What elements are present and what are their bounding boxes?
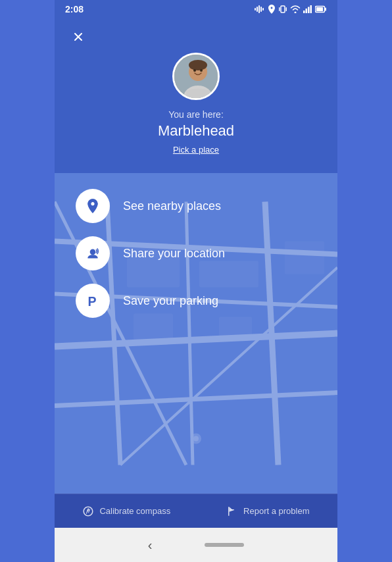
- map-area: See nearby places Share your location: [55, 173, 337, 494]
- nav-bar: ‹: [55, 528, 337, 562]
- parking-icon: P: [84, 292, 101, 309]
- you-are-here-label: You are here:: [168, 109, 224, 120]
- svg-point-17: [189, 60, 207, 70]
- compass-icon: [82, 505, 94, 517]
- svg-point-38: [90, 249, 96, 255]
- svg-rect-13: [316, 7, 323, 11]
- share-location-icon: [84, 245, 101, 262]
- svg-rect-7: [286, 7, 287, 11]
- svg-point-37: [91, 202, 94, 205]
- svg-rect-8: [303, 11, 305, 13]
- menu-items: See nearby places Share your location: [55, 173, 337, 334]
- svg-point-19: [193, 69, 196, 72]
- save-parking-item[interactable]: P Save your parking: [76, 284, 316, 318]
- report-problem-action[interactable]: Report a problem: [226, 505, 309, 517]
- svg-rect-14: [325, 8, 326, 11]
- share-location-item[interactable]: Share your location: [76, 236, 316, 270]
- back-button[interactable]: ‹: [148, 538, 153, 553]
- svg-rect-11: [310, 5, 312, 13]
- profile-section: You are here: Marblehead Pick a place: [68, 53, 324, 155]
- top-panel: You are here: Marblehead Pick a place: [55, 18, 337, 173]
- svg-line-23: [55, 334, 337, 347]
- nearby-places-label: See nearby places: [123, 199, 221, 213]
- svg-rect-9: [306, 9, 308, 13]
- flag-icon: [226, 505, 238, 517]
- calibrate-compass-action[interactable]: Calibrate compass: [82, 505, 170, 517]
- svg-rect-6: [279, 7, 280, 11]
- close-button[interactable]: [68, 26, 89, 47]
- location-pin-icon: [84, 197, 101, 215]
- save-parking-label: Save your parking: [123, 294, 218, 308]
- status-time: 2:08: [65, 4, 84, 14]
- parking-icon-circle: P: [76, 284, 110, 318]
- avatar-image: [174, 55, 218, 98]
- report-label: Report a problem: [243, 506, 309, 516]
- nearby-places-icon-circle: [76, 189, 110, 223]
- status-icons: [255, 5, 327, 14]
- calibrate-label: Calibrate compass: [99, 506, 170, 516]
- nav-pill: [205, 543, 244, 547]
- location-name: Marblehead: [158, 122, 234, 140]
- svg-point-20: [200, 69, 203, 72]
- svg-rect-4: [262, 8, 264, 11]
- bottom-action-bar: Calibrate compass Report a problem: [55, 494, 337, 528]
- svg-rect-3: [260, 7, 262, 12]
- svg-rect-40: [228, 507, 230, 516]
- share-location-label: Share your location: [123, 247, 225, 261]
- phone-frame: 2:08: [55, 0, 337, 562]
- svg-point-36: [193, 436, 199, 442]
- vibrate-icon: [278, 5, 287, 14]
- svg-rect-1: [257, 7, 258, 12]
- svg-rect-10: [308, 7, 310, 14]
- wifi-icon: [290, 5, 301, 13]
- status-bar: 2:08: [55, 0, 337, 18]
- share-location-icon-circle: [76, 236, 110, 270]
- svg-rect-41: [232, 509, 235, 511]
- avatar: [172, 53, 220, 100]
- pick-a-place-link[interactable]: Pick a place: [173, 145, 219, 155]
- battery-icon: [315, 5, 327, 13]
- svg-rect-2: [258, 5, 260, 13]
- svg-rect-5: [281, 6, 285, 13]
- sound-icon: [255, 5, 265, 14]
- gps-icon: [268, 5, 276, 14]
- svg-text:P: P: [87, 294, 96, 309]
- signal-icon: [303, 5, 312, 13]
- nearby-places-item[interactable]: See nearby places: [76, 189, 316, 223]
- svg-rect-0: [255, 8, 256, 11]
